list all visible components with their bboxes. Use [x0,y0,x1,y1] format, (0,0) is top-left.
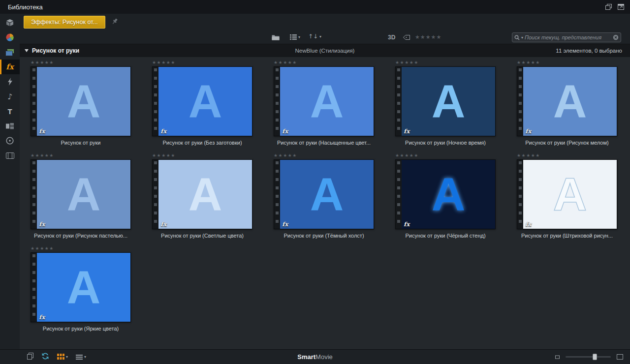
sort-arrows-icon: ↑↓ [308,33,318,40]
filmstrip-edge [153,67,158,136]
clear-search-icon[interactable] [613,34,619,40]
details-view-button[interactable]: ▾ [76,355,86,360]
fx-badge-icon: fx [160,128,166,135]
rating-stars[interactable]: ★★★★★ [274,60,374,65]
effect-caption: Рисунок от руки (Чёрный стенд) [395,233,496,239]
effect-card[interactable]: ★★★★★ A fx Рисунок от руки (Рисунок мело… [517,60,617,146]
section-title: Рисунок от руки [32,47,79,54]
grid-view-icon [57,354,64,360]
window-title: Библиотека [8,3,43,11]
dock-window-icon[interactable] [618,4,624,10]
montage-icon [6,123,14,129]
effect-caption: Рисунок от руки (Светлые цвета) [152,233,252,239]
effect-card[interactable]: ★★★★★ A fx Рисунок от руки (Рисунок паст… [31,152,131,239]
effect-thumbnail[interactable]: A fx [395,66,496,136]
effect-card[interactable]: ★★★★★ A fx Рисунок от руки (Тёмный холст… [274,152,374,239]
slider-handle[interactable] [593,354,597,360]
effect-thumbnail[interactable]: A fx [395,159,496,229]
section-header: Рисунок от руки NewBlue (Стилизация) 11 … [20,44,630,57]
effect-card[interactable]: ★★★★★ A fx Рисунок от руки (Насыщенные ц… [274,60,374,146]
effect-card[interactable]: ★★★★★ A fx Рисунок от руки [31,60,131,146]
effect-caption: Рисунок от руки [31,140,131,146]
sidebar-item-filmstrip[interactable] [0,148,20,163]
filmstrip-edge [31,67,37,136]
rating-stars[interactable]: ★★★★★ [274,152,374,158]
rating-stars[interactable]: ★★★★★ [152,60,252,65]
rating-stars[interactable]: ★★★★★ [395,152,496,158]
sidebar-item-music[interactable]: ♪ [0,89,20,104]
filmstrip-holes [154,161,157,227]
filmstrip-holes [276,161,279,227]
sidebar-item-titles[interactable]: T [0,104,20,119]
library-sidebar: fx ♪ T [0,14,20,349]
section-provider: NewBlue (Стилизация) [295,48,355,54]
filmstrip-holes [397,161,400,227]
effect-thumbnail[interactable]: A fx [274,66,374,136]
sync-button[interactable] [41,353,49,362]
filmstrip-holes [154,68,157,134]
search-scope-chevron-icon[interactable]: ▾ [521,35,523,40]
rating-stars[interactable]: ★★★★★ [31,245,131,251]
rating-stars[interactable]: ★★★★★ [517,152,617,158]
effect-thumbnail[interactable]: A fx [274,159,374,229]
tag-filter-button[interactable] [403,35,410,40]
rating-filter-stars[interactable]: ★★★★★ [415,34,441,40]
effect-caption: Рисунок от руки (Яркие цвета) [31,326,131,332]
effect-thumbnail[interactable]: A fx [517,66,617,136]
list-icon [76,355,83,360]
filmstrip-edge [396,67,402,136]
effect-card[interactable]: ★★★★★ A fx Рисунок от руки (Яркие цвета) [31,245,131,332]
library-toolbar: ▾ ↑↓ ▾ 3D ★★★★★ ▾ [20,30,630,44]
rating-stars[interactable]: ★★★★★ [31,152,131,158]
effect-card[interactable]: ★★★★★ A fx Рисунок от руки (Штриховой ри… [517,152,617,239]
effect-thumbnail[interactable]: A fx [152,66,252,136]
sidebar-item-media[interactable] [0,45,20,60]
effect-thumbnail[interactable]: A fx [152,159,252,229]
pin-icon[interactable] [111,18,119,27]
thumbnail-view-button[interactable]: ▾ [57,354,68,360]
effects-fx-icon: fx [6,62,13,71]
filmstrip-edge [274,67,280,136]
effect-preview-letter: A [402,67,495,136]
sidebar-item-collections[interactable] [0,30,20,45]
rating-stars[interactable]: ★★★★★ [395,60,496,65]
sidebar-item-montage[interactable] [0,119,20,133]
zoom-in-button[interactable] [617,353,623,362]
effect-card[interactable]: ★★★★★ A fx Рисунок от руки (Чёрный стенд… [395,152,496,239]
effect-card[interactable]: ★★★★★ A fx Рисунок от руки (Без заготовк… [152,60,252,146]
effect-thumbnail[interactable]: A fx [31,252,131,322]
effect-thumbnail[interactable]: A fx [31,159,131,229]
collapse-triangle-icon[interactable] [25,49,29,52]
view-mode-button[interactable]: ▾ [290,34,300,40]
effect-preview-letter: A [523,160,617,229]
sync-arrows-icon [41,353,49,360]
rating-stars[interactable]: ★★★★★ [31,60,131,65]
filmstrip-edge [31,253,37,322]
folder-browse-button[interactable] [272,34,280,40]
copy-icon [27,353,33,360]
filmstrip-holes [32,68,35,134]
undock-window-icon[interactable] [605,4,612,10]
effect-card[interactable]: ★★★★★ A fx Рисунок от руки (Светлые цвет… [152,152,252,239]
sidebar-item-disc-menus[interactable] [0,133,20,148]
search-input[interactable] [525,34,611,40]
sort-button[interactable]: ↑↓ ▾ [308,33,321,40]
filter-3d-toggle[interactable]: 3D [388,34,395,41]
thumbnail-size-slider[interactable] [566,353,611,361]
rating-stars[interactable]: ★★★★★ [517,60,617,65]
sidebar-item-transitions[interactable] [0,74,20,89]
sidebar-item-effects[interactable]: fx [0,60,20,74]
tag-icon [403,35,410,40]
list-view-icon [290,34,297,40]
tab-effects-active[interactable]: Эффекты: Рисунок от... [24,16,105,29]
copy-button[interactable] [27,353,33,362]
sidebar-item-imports[interactable] [0,15,20,30]
effect-thumbnail[interactable]: A fx [31,66,131,136]
fx-badge-icon: fx [525,221,531,228]
rating-stars[interactable]: ★★★★★ [152,152,252,158]
bottom-bar: ▾ ▾ SmartMovie [0,349,630,364]
zoom-out-button[interactable] [555,353,560,362]
effect-thumbnail[interactable]: A fx [517,159,617,229]
effect-card[interactable]: ★★★★★ A fx Рисунок от руки (Ночное время… [395,60,496,146]
smartmovie-label[interactable]: SmartMovie [297,353,333,361]
